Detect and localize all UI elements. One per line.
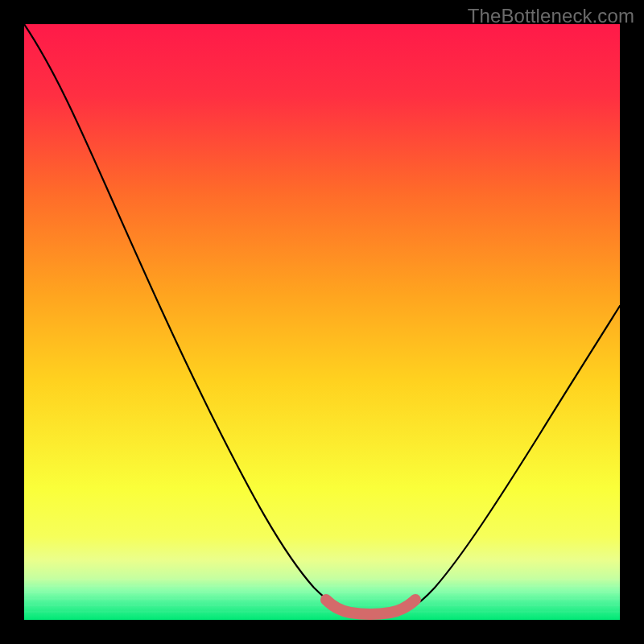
chart-frame: TheBottleneck.com <box>0 0 644 644</box>
chart-svg <box>24 24 620 620</box>
gradient-background <box>24 24 620 620</box>
plot-area <box>24 24 620 620</box>
